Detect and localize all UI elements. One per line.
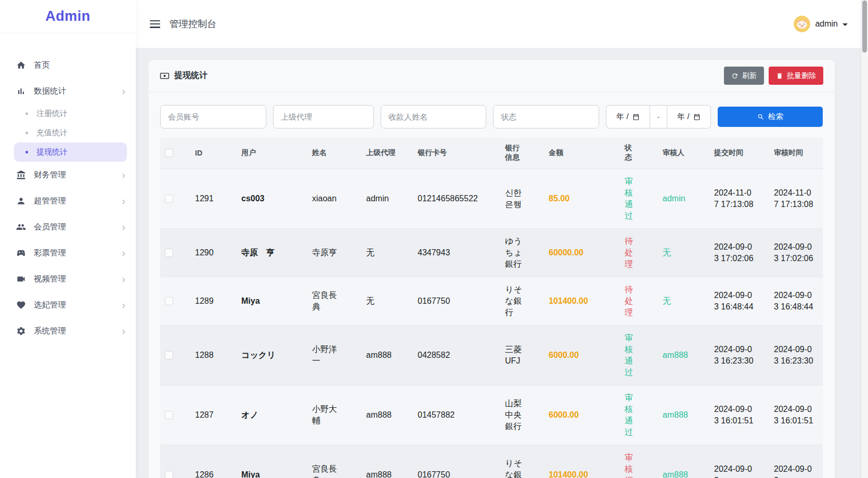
cell-audit-time: 2024-09-03 (769, 445, 823, 478)
cell-bank-info: 山梨中央銀行 (500, 385, 544, 445)
cell-agent: am888 (361, 445, 413, 478)
header-audit-time: 审核时间 (769, 138, 823, 169)
row-checkbox[interactable] (165, 471, 173, 478)
sidebar-item-finance[interactable]: 财务管理› (0, 162, 136, 188)
user-menu[interactable]: admin (794, 16, 848, 32)
scrollbar-thumb[interactable] (862, 1, 867, 53)
select-all-checkbox[interactable] (165, 149, 173, 157)
row-checkbox[interactable] (165, 351, 173, 359)
row-bank-card: 4347943 (418, 248, 450, 257)
cell-status: 待处理 (620, 277, 658, 325)
sidebar-subitem-register-stats[interactable]: 注册统计 (14, 104, 127, 123)
row-status: 审核通过 (625, 176, 633, 222)
cell-status: 审核通过 (620, 385, 658, 445)
cell-user: Miya (237, 277, 307, 325)
row-audit-time: 2024-09-03 16:48:44 (774, 290, 813, 313)
page-scrollbar[interactable] (861, 0, 868, 478)
page-title: 管理控制台 (170, 18, 216, 30)
search-icon (757, 113, 765, 121)
sidebar-item-concubine[interactable]: 选妃管理› (0, 292, 136, 318)
cell-amount: 85.00 (544, 169, 620, 228)
row-auditor: 无 (663, 296, 671, 305)
sidebar-item-lottery[interactable]: 彩票管理› (0, 240, 136, 266)
sidebar-item-system[interactable]: 系统管理› (0, 318, 136, 344)
date-end-input[interactable]: 年 / (667, 105, 711, 128)
cell-name: 小野大輔 (307, 385, 361, 445)
row-status: 审核拒绝 (625, 452, 633, 478)
row-bank-card: 0167750 (418, 296, 450, 305)
payee-name-input[interactable] (381, 105, 486, 128)
batch-delete-button[interactable]: 批量删除 (769, 67, 823, 85)
sidebar-item-home[interactable]: 首页 (0, 52, 136, 78)
bullet-icon (25, 112, 28, 115)
row-audit-time: 2024-09-03 16:01:51 (774, 404, 813, 427)
date-start-input[interactable]: 年 / (606, 105, 650, 128)
cell-checkbox (160, 228, 190, 277)
sidebar-subitem-label: 注册统计 (36, 109, 68, 119)
sidebar-item-data-stats[interactable]: 数据统计› (0, 78, 136, 104)
sidebar-item-super-admin[interactable]: 超管管理› (0, 188, 136, 214)
cell-bank-info: 三菱UFJ (500, 325, 544, 385)
header-amount: 金额 (544, 138, 620, 169)
username-label: admin (815, 19, 838, 29)
sidebar-menu: 首页数据统计›注册统计充值统计提现统计财务管理›超管管理›会员管理›彩票管理›视… (0, 33, 136, 344)
sidebar-item-label: 财务管理 (34, 170, 66, 180)
row-amount: 101400.00 (549, 470, 588, 478)
row-checkbox[interactable] (165, 195, 173, 203)
cell-bank-card: 4347943 (413, 228, 500, 277)
row-id: 1286 (195, 470, 214, 478)
calendar-icon (693, 113, 701, 121)
row-name: xiaoan (312, 193, 339, 204)
row-checkbox[interactable] (165, 249, 173, 257)
cell-amount: 101400.00 (544, 445, 620, 478)
sidebar-item-label: 首页 (34, 60, 50, 71)
chevron-right-icon: › (122, 326, 125, 336)
cell-id: 1291 (190, 169, 237, 228)
row-id: 1291 (195, 194, 214, 203)
person-icon (16, 196, 26, 206)
search-button-label: 检索 (768, 112, 784, 122)
row-checkbox[interactable] (165, 297, 173, 305)
cell-agent: 无 (361, 228, 413, 277)
cell-user: オノ (237, 385, 307, 445)
member-account-input[interactable] (160, 105, 266, 128)
cell-name: 小野洋一 (307, 325, 361, 385)
home-icon (16, 60, 26, 70)
header-agent: 上级代理 (361, 138, 413, 169)
row-audit-time: 2024-11-07 17:13:08 (774, 187, 813, 210)
cell-status: 审核拒绝 (620, 445, 658, 478)
hamburger-menu-icon[interactable] (150, 20, 160, 28)
cell-agent: 无 (361, 277, 413, 325)
refresh-button[interactable]: 刷新 (724, 67, 764, 85)
sidebar-subitem-withdraw-stats[interactable]: 提现统计 (14, 143, 127, 162)
cell-amount: 6000.00 (544, 385, 620, 445)
row-status: 待处理 (625, 284, 633, 318)
cell-bank-info: 신한은행 (500, 169, 544, 228)
cell-name: 寺原亨 (307, 228, 361, 277)
gamepad-icon (16, 248, 26, 258)
agent-input[interactable] (273, 105, 374, 128)
search-button[interactable]: 检索 (718, 107, 823, 127)
app-root: Admin 首页数据统计›注册统计充值统计提现统计财务管理›超管管理›会员管理›… (0, 0, 868, 478)
cell-user: コックリ (237, 325, 307, 385)
row-checkbox[interactable] (165, 411, 173, 419)
sidebar-subitem-recharge-stats[interactable]: 充值统计 (14, 123, 127, 143)
cell-audit-time: 2024-09-03 16:23:30 (769, 325, 823, 385)
status-input[interactable] (493, 105, 599, 128)
row-submit-time: 2024-09-03 16:48:44 (714, 290, 754, 313)
date-end-placeholder: 年 / (677, 112, 689, 122)
chevron-right-icon: › (122, 222, 125, 232)
row-name: 小野洋一 (312, 344, 339, 367)
row-amount: 6000.00 (549, 410, 579, 419)
cell-amount: 60000.00 (544, 228, 620, 277)
cell-audit-time: 2024-09-03 17:02:06 (769, 228, 823, 277)
cell-status: 审核通过 (620, 169, 658, 228)
cell-auditor: am888 (658, 385, 709, 445)
sidebar-item-video[interactable]: 视频管理› (0, 266, 136, 292)
cell-bank-info: りそな銀行 (500, 277, 544, 325)
sidebar-item-label: 彩票管理 (34, 248, 66, 259)
row-name: 宮良長典 (312, 290, 339, 313)
sidebar-item-member[interactable]: 会员管理› (0, 214, 136, 240)
sidebar-item-label: 系统管理 (34, 326, 66, 337)
row-bank-info: りそな銀行 (505, 458, 524, 478)
